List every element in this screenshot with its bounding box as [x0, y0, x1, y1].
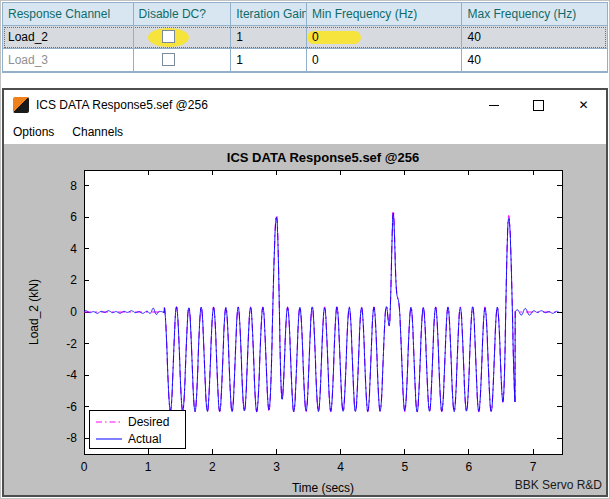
x-tick-label: 6	[466, 460, 473, 474]
iteration-gain-value: 1	[236, 53, 243, 67]
y-axis-label: Load_2 (kN)	[27, 279, 41, 345]
y-tick-label: 8	[70, 179, 77, 193]
header-min-frequency: Min Frequency (Hz)	[307, 3, 462, 26]
iteration-gain-value: 1	[236, 30, 243, 44]
min-frequency-value: 0	[312, 30, 319, 44]
watermark: BBK Servo R&D	[515, 478, 603, 492]
header-max-frequency: Max Frequency (Hz)	[462, 3, 607, 26]
screenshot-root: Response Channel Disable DC? Iteration G…	[0, 0, 610, 499]
minimize-icon	[489, 105, 499, 106]
ics-data-window: ICS DATA Response5.sef @256 ✕ Options Ch…	[2, 88, 608, 497]
window-titlebar[interactable]: ICS DATA Response5.sef @256 ✕	[4, 90, 606, 120]
y-tick-label: 2	[70, 273, 77, 287]
table-header-row: Response Channel Disable DC? Iteration G…	[3, 3, 607, 26]
disable-dc-checkbox[interactable]	[162, 53, 175, 66]
y-tick-label: -6	[66, 400, 77, 414]
x-tick-label: 3	[273, 460, 280, 474]
x-tick-label: 0	[81, 460, 88, 474]
y-tick-label: 6	[70, 210, 77, 224]
max-frequency-value: 40	[467, 53, 480, 67]
maximize-button[interactable]	[516, 90, 561, 120]
channel-name: Load_2	[8, 30, 48, 44]
menu-options[interactable]: Options	[4, 125, 63, 139]
window-title: ICS DATA Response5.sef @256	[36, 98, 208, 112]
response-channel-table: Response Channel Disable DC? Iteration G…	[2, 2, 608, 73]
table-row-load-2[interactable]: Load_2 1 0 40	[3, 26, 607, 49]
minimize-button[interactable]	[471, 90, 516, 120]
figure-area: ICS DATA Response5.sef @25601234567-8-6-…	[4, 144, 606, 495]
y-tick-label: -2	[66, 337, 77, 351]
close-button[interactable]: ✕	[561, 90, 606, 120]
menu-bar: Options Channels	[4, 120, 606, 145]
table-row-load-3[interactable]: Load_3 1 0 40	[3, 49, 607, 72]
y-tick-label: 0	[70, 305, 77, 319]
x-axis-label: Time (secs)	[292, 481, 354, 495]
channel-name: Load_3	[8, 53, 48, 67]
max-frequency-value: 40	[467, 30, 480, 44]
maximize-icon	[533, 100, 544, 111]
x-tick-label: 7	[530, 460, 537, 474]
y-tick-label: -4	[66, 368, 77, 382]
header-response-channel: Response Channel	[3, 3, 134, 26]
app-icon	[13, 97, 29, 113]
min-frequency-value: 0	[312, 53, 319, 67]
header-iteration-gain: Iteration Gain	[231, 3, 307, 26]
plot-canvas: ICS DATA Response5.sef @25601234567-8-6-…	[4, 144, 606, 495]
y-tick-label: 4	[70, 242, 77, 256]
y-tick-label: -8	[66, 431, 77, 445]
x-tick-label: 5	[401, 460, 408, 474]
header-disable-dc: Disable DC?	[134, 3, 232, 26]
x-tick-label: 4	[337, 460, 344, 474]
menu-channels[interactable]: Channels	[63, 125, 132, 139]
legend-label-desired: Desired	[128, 415, 169, 429]
plot-title: ICS DATA Response5.sef @256	[227, 150, 419, 165]
disable-dc-checkbox[interactable]	[162, 30, 175, 43]
x-tick-label: 1	[145, 460, 152, 474]
legend-label-actual: Actual	[128, 432, 161, 446]
x-tick-label: 2	[209, 460, 216, 474]
